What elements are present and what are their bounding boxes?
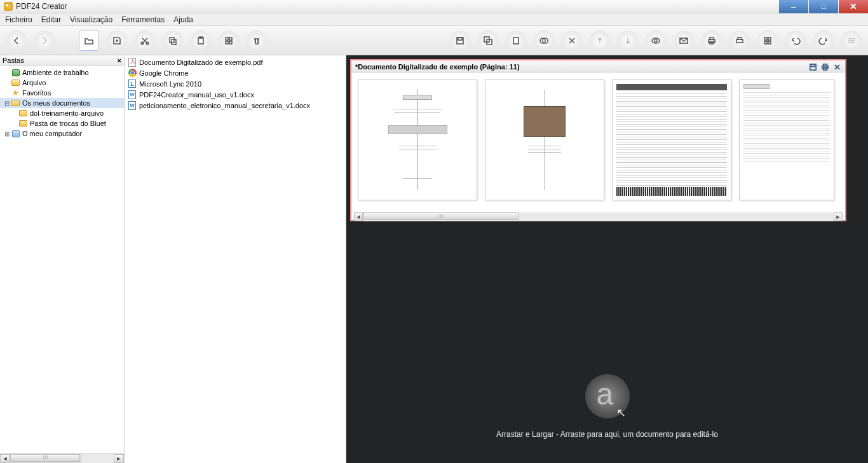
tree-node-favorites[interactable]: ★Favoritos: [0, 88, 124, 98]
file-list[interactable]: Documento Digitalizado de exemplo.pdf Go…: [125, 55, 346, 463]
save-all-button[interactable]: [478, 31, 498, 51]
document-preview: *Documento Digitalizado de exemplo (Pági…: [350, 59, 846, 221]
page-button[interactable]: [506, 31, 526, 51]
close-button[interactable]: ✕: [839, 0, 868, 13]
settings-button[interactable]: [841, 31, 862, 51]
svg-rect-24: [738, 38, 742, 39]
doc-print-icon[interactable]: [821, 63, 829, 71]
maximize-button[interactable]: □: [809, 0, 838, 13]
open-button[interactable]: [79, 31, 99, 51]
thumb-scroll-left-icon[interactable]: ◄: [354, 212, 363, 221]
page-thumbnail-1[interactable]: [358, 79, 477, 200]
save-button[interactable]: [450, 31, 470, 51]
svg-rect-11: [458, 38, 462, 40]
drop-zone[interactable]: ↖ Arrastar e Largar - Arraste para aqui,…: [417, 374, 798, 439]
add-blank-button[interactable]: [107, 31, 127, 51]
app-icon: [4, 2, 13, 11]
file-row-lync[interactable]: LMicrosoft Lync 2010: [125, 78, 346, 89]
menu-edit[interactable]: Editar: [41, 15, 61, 24]
menu-view[interactable]: Visualização: [70, 15, 112, 24]
preview-panel: *Documento Digitalizado de exemplo (Pági…: [346, 55, 868, 463]
svg-rect-6: [226, 38, 228, 40]
copy-button[interactable]: [163, 31, 183, 51]
file-row-pdf[interactable]: Documento Digitalizado de exemplo.pdf: [125, 57, 346, 67]
sidebar-title: Pastas: [3, 57, 24, 64]
move-up-button[interactable]: [590, 31, 610, 51]
svg-rect-8: [226, 41, 228, 44]
redo-button[interactable]: [813, 31, 834, 51]
file-row-docx2[interactable]: Wpeticionamento_eletronico_manual_secret…: [125, 100, 346, 111]
preview-button[interactable]: [646, 31, 666, 51]
doc-close-icon[interactable]: [833, 63, 841, 71]
remove-button[interactable]: [562, 31, 582, 51]
app-title: PDF24 Creator: [16, 2, 67, 11]
delete-button[interactable]: [247, 31, 267, 51]
document-title: *Documento Digitalizado de exemplo (Pági…: [355, 63, 520, 71]
fax-button[interactable]: [729, 31, 750, 51]
sidebar-header: Pastas ×: [0, 55, 124, 66]
svg-rect-21: [710, 38, 714, 39]
svg-rect-9: [229, 41, 232, 44]
tree-node-sub1[interactable]: dol-treinamento-arquivo: [0, 108, 124, 118]
nav-back-button[interactable]: [6, 31, 27, 51]
tree-node-desktop[interactable]: Ambiente de trabalho: [0, 67, 124, 78]
scroll-right-icon[interactable]: ►: [114, 454, 124, 463]
svg-rect-33: [824, 67, 827, 70]
page-thumbnails[interactable]: [351, 73, 845, 212]
cut-button[interactable]: [135, 31, 155, 51]
tree-node-mydocs[interactable]: ⊟Os meus documentos: [0, 98, 124, 108]
paste-button[interactable]: [191, 31, 211, 51]
svg-point-18: [654, 39, 657, 42]
menu-tools[interactable]: Ferramentas: [121, 15, 165, 24]
dropzone-icon: ↖: [585, 374, 630, 418]
svg-rect-30: [811, 64, 815, 66]
svg-rect-27: [764, 41, 767, 44]
file-row-docx1[interactable]: WPDF24Creator_manual_uso_v1.docx: [125, 89, 346, 100]
sidebar-close-icon[interactable]: ×: [118, 57, 121, 64]
merge-button[interactable]: [534, 31, 554, 51]
svg-rect-14: [513, 38, 519, 44]
undo-button[interactable]: [785, 31, 806, 51]
sidebar-hscroll[interactable]: ◄ ⁞⁞⁞ ►: [0, 453, 124, 463]
tree-node-mypc[interactable]: ⊞O meu computador: [0, 128, 124, 139]
svg-rect-26: [768, 38, 771, 40]
scroll-left-icon[interactable]: ◄: [0, 454, 10, 463]
cursor-icon: ↖: [616, 406, 626, 420]
nav-forward-button[interactable]: [34, 31, 55, 51]
tree-node-file[interactable]: Arquivo: [0, 78, 124, 88]
menu-help[interactable]: Ajuda: [173, 15, 193, 24]
page-thumbnail-3[interactable]: [612, 79, 731, 200]
move-down-button[interactable]: [618, 31, 638, 51]
svg-rect-25: [764, 38, 767, 40]
menu-bar: Ficheiro Editar Visualização Ferramentas…: [0, 13, 868, 26]
folder-tree[interactable]: Ambiente de trabalho Arquivo ★Favoritos …: [0, 66, 124, 453]
thumb-scroll-right-icon[interactable]: ►: [834, 212, 843, 221]
print-button[interactable]: [702, 31, 722, 51]
file-row-chrome[interactable]: Google Chrome: [125, 67, 346, 78]
minimize-button[interactable]: –: [779, 0, 808, 13]
svg-rect-32: [824, 64, 827, 66]
thumbnail-hscroll[interactable]: ◄ ⁞⁞⁞ ►: [351, 212, 845, 222]
dropzone-text: Arrastar e Largar - Arraste para aqui, u…: [417, 430, 798, 439]
grid-button[interactable]: [219, 31, 239, 51]
menu-file[interactable]: Ficheiro: [5, 15, 32, 24]
email-button[interactable]: [674, 31, 694, 51]
folder-sidebar: Pastas × Ambiente de trabalho Arquivo ★F…: [0, 55, 125, 463]
svg-rect-7: [229, 38, 232, 40]
page-thumbnail-4[interactable]: [739, 79, 834, 200]
page-thumbnail-2[interactable]: [485, 79, 604, 200]
toolbar: [0, 26, 868, 55]
tree-node-sub2[interactable]: Pasta de trocas do Bluet: [0, 118, 124, 128]
svg-rect-28: [768, 41, 771, 44]
thumbnails-button[interactable]: [757, 31, 778, 51]
doc-save-icon[interactable]: [809, 63, 817, 71]
scroll-thumb[interactable]: ⁞⁞⁞: [10, 454, 80, 462]
title-bar: PDF24 Creator – □ ✕: [0, 0, 868, 13]
thumb-scroll-thumb[interactable]: ⁞⁞⁞: [363, 212, 519, 220]
